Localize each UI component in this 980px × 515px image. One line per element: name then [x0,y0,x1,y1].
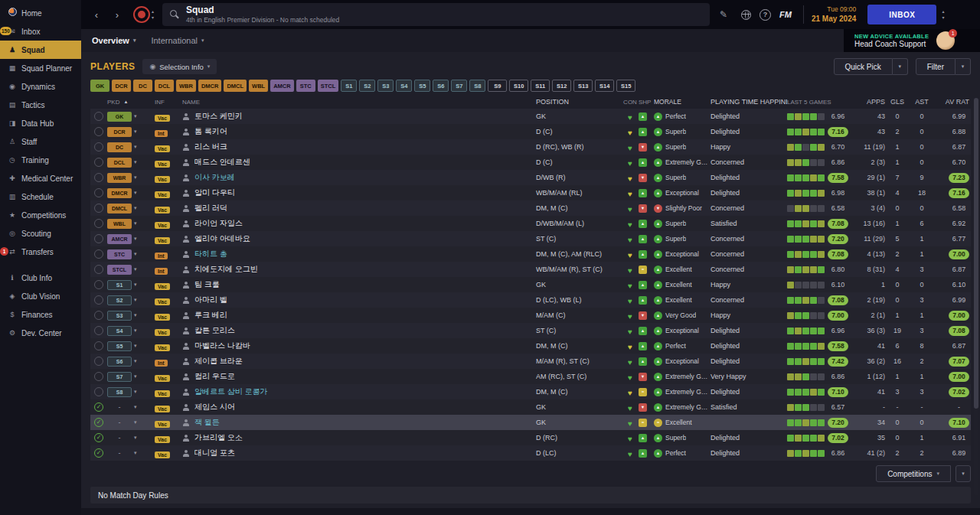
info-badge[interactable]: Vac [155,390,170,397]
player-row[interactable]: WBR▾Vac이사 카보레D/WB (R)♥▼▲SuperbDelighted7… [90,170,971,185]
info-badge[interactable]: Int [155,253,168,259]
row-checkbox[interactable] [94,112,103,121]
slot-gk[interactable]: GK [90,80,109,92]
picked-position-dropdown[interactable]: GK▾ [107,112,155,122]
picked-position-dropdown[interactable]: STC▾ [107,249,155,259]
player-name-cell[interactable]: 칼튼 모리스 [182,325,536,336]
player-row[interactable]: S5▾Vac마벨라스 나캄바DM, M (C)♥▲▲PerfectDelight… [90,338,971,354]
player-name-cell[interactable]: 루크 베리 [182,310,536,321]
row-checkbox[interactable] [94,204,103,213]
player-name-cell[interactable]: 제이콥 브라운 [182,356,536,367]
player-name-cell[interactable]: 가브리엘 오소 [182,432,536,443]
player-row[interactable]: S2▾Vac아마리 벨D (LC), WB (L)♥▲▲ExcellentCon… [90,292,971,308]
player-row[interactable]: S6▾Int제이콥 브라운M/AM (R), ST (C)♥▲▲Exceptio… [90,354,971,369]
row-checkbox[interactable] [94,280,103,289]
row-checkbox[interactable] [94,357,103,366]
slot-wbl[interactable]: WBL [249,80,268,92]
sidebar-item-home[interactable]: Home [0,4,81,22]
row-checkbox[interactable] [94,127,103,136]
picked-position-dropdown[interactable]: S2▾ [107,295,155,305]
player-name-cell[interactable]: 엘리야 아데바요 [182,233,536,244]
slot-amcr[interactable]: AMCR [270,80,294,92]
slot-s14[interactable]: S14 [595,80,614,92]
slot-s3[interactable]: S3 [377,80,394,92]
player-row[interactable]: S4▾Vac칼튼 모리스ST (C)♥▲▲ExceptionalDelighte… [90,323,971,338]
filter-chevron[interactable]: ▾ [956,58,971,75]
row-checkbox[interactable] [94,234,103,243]
player-row[interactable]: S3▾Vac루크 베리M/AM (C)♥▼▲Very GoodHappy7.00… [90,308,971,323]
info-badge[interactable]: Vac [155,314,170,321]
sidebar-item-squad-planner[interactable]: ▦Squad Planner [0,59,81,77]
player-name-cell[interactable]: 이사 카보레 [182,172,536,183]
info-badge[interactable]: Vac [155,329,170,336]
inbox-stepper[interactable]: ▴▾ [942,9,944,21]
sidebar-item-staff[interactable]: ♙Staff [0,132,81,151]
footer-expand-chevron[interactable]: ▾ [956,465,971,482]
picked-position-dropdown[interactable]: S7▾ [107,372,155,382]
picked-position-dropdown[interactable]: DCL▾ [107,158,155,168]
player-row[interactable]: ✓-▾Vac가브리엘 오소D (RC)♥▲▲SuperbDelighted7.0… [90,430,971,445]
quick-pick-chevron[interactable]: ▾ [893,58,908,75]
slot-s5[interactable]: S5 [414,80,430,92]
player-row[interactable]: DCR▾Int톰 록키어D (C)♥▲▲SuperbDelighted7.164… [90,124,971,139]
col-last-5-games[interactable]: LAST 5 GAMES [787,99,854,106]
row-checkbox[interactable]: ✓ [94,403,103,412]
record-button[interactable] [133,6,150,23]
info-badge[interactable]: Vac [155,222,170,229]
row-checkbox[interactable] [94,265,103,274]
sidebar-item-competitions[interactable]: ★Competitions [0,206,81,224]
col-pkd[interactable]: PKD▲ [107,99,155,106]
row-checkbox[interactable] [94,173,103,182]
sidebar-item-squad[interactable]: ♟Squad [0,41,81,59]
info-badge[interactable]: Vac [155,283,170,290]
player-name-cell[interactable]: 라이언 자일스 [182,218,536,229]
competitions-dropdown[interactable]: Competitions ▾ [876,465,951,482]
info-badge[interactable]: Vac [155,237,170,244]
info-badge[interactable]: Vac [155,298,170,305]
player-name-cell[interactable]: 대니얼 포츠 [182,448,536,458]
slot-dc[interactable]: DC [133,80,152,92]
col-av-rat[interactable]: AV RAT [934,98,971,106]
col-ast[interactable]: AST [910,98,934,106]
sidebar-item-tactics[interactable]: ▤Tactics [0,96,81,114]
slot-wbr[interactable]: WBR [176,80,196,92]
picked-position-dropdown[interactable]: S5▾ [107,341,155,351]
player-row[interactable]: ✓-▾Vac제임스 시어GK♥▼▲Extremely GoodSatisfied… [90,399,971,415]
info-badge[interactable]: Vac [155,421,170,428]
world-icon[interactable] [737,6,754,23]
info-badge[interactable]: Vac [155,115,170,122]
info-badge[interactable]: Vac [155,406,170,412]
row-checkbox[interactable] [94,219,103,228]
player-row[interactable]: DC▾Vac리스 버크D (RC), WB (R)♥▼▲SuperbHappy6… [90,139,971,155]
info-badge[interactable]: Int [155,268,168,275]
player-name-cell[interactable]: 제임스 시어 [182,402,536,412]
slot-s12[interactable]: S12 [552,80,571,92]
slot-s1[interactable]: S1 [341,80,357,92]
picked-position-dropdown[interactable]: -▾ [107,434,155,442]
player-row[interactable]: DMCL▾Vac펠리 러덕DM, M (C)♥▼▼Slightly PoorCo… [90,200,971,216]
player-name-cell[interactable]: 팀 크룰 [182,279,536,290]
slot-s13[interactable]: S13 [573,80,593,92]
sidebar-item-schedule[interactable]: ▥Schedule [0,187,81,206]
slot-s6[interactable]: S6 [433,80,449,92]
slot-s15[interactable]: S15 [616,80,635,92]
back-button[interactable]: ‹ [89,7,104,22]
row-checkbox[interactable]: ✓ [94,433,103,442]
col-shp[interactable]: SHP [639,99,654,106]
row-checkbox[interactable]: ✓ [94,418,103,427]
slot-s4[interactable]: S4 [396,80,412,92]
sidebar-item-transfers[interactable]: 1⇄Transfers [0,243,81,261]
player-name-cell[interactable]: 토마스 케민키 [182,111,536,122]
sidebar-item-club-vision[interactable]: ◈Club Vision [0,287,81,305]
player-name-cell[interactable]: 마벨라스 나캄바 [182,341,536,351]
col-morale[interactable]: MORALE [654,98,710,106]
row-checkbox[interactable] [94,326,103,335]
player-row[interactable]: S1▾Vac팀 크룰GK♥▲▲ExcellentHappy6.101006.10 [90,277,971,292]
picked-position-dropdown[interactable]: S4▾ [107,326,155,336]
picked-position-dropdown[interactable]: WBR▾ [107,173,155,183]
sidebar-item-medical-center[interactable]: ✚Medical Center [0,169,81,187]
col-con[interactable]: CON [622,99,639,106]
picked-position-dropdown[interactable]: DC▾ [107,142,155,152]
help-icon[interactable]: ? [760,9,771,21]
row-checkbox[interactable]: ✓ [94,448,103,458]
